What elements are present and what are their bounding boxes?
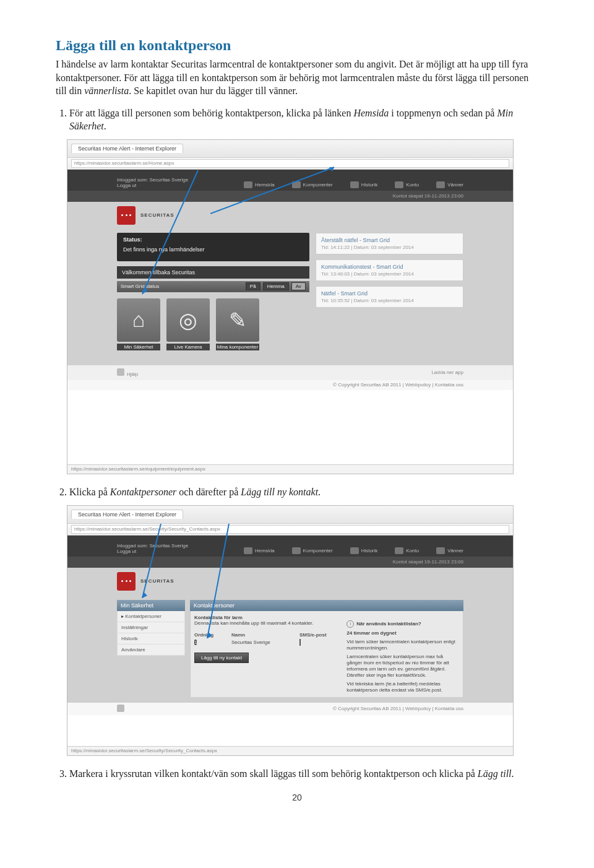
step-3-text-a: Markera i kryssrutan vilken kontakt/vän … [69, 768, 478, 779]
help-icon [117, 368, 124, 376]
event-sub-2: Tid: 10:35:52 | Datum: 03 september 2014 [321, 298, 458, 303]
event-card-0: Återställt nätfel - Smart Grid Tid: 14:1… [316, 233, 463, 254]
col-ordning: Ordning [194, 632, 219, 638]
app-header: Inloggad som: Securitas Sverige Logga ut… [67, 170, 513, 191]
nav-hemsida-2: Hemsida [244, 547, 275, 554]
intro-em-vannerlista: vännerlista [84, 85, 129, 96]
url-box: https://minasidor.securitaslarm.se/Home.… [71, 159, 509, 168]
securitas-logo-icon [117, 572, 136, 591]
brand-text-2: SECURITAS [140, 578, 174, 584]
section-heading: Lägga till en kontaktperson [56, 37, 538, 54]
tile-label-kam: Live Kamera [166, 344, 210, 350]
browser-chrome-2: Securitas Home Alert - Internet Explorer [67, 506, 513, 524]
address-bar-2: https://minasidor.securitaslarm.se/Secur… [67, 524, 513, 536]
browser-tab-2: Securitas Home Alert - Internet Explorer [71, 510, 183, 519]
address-bar: https://minasidor.securitaslarm.se/Home.… [67, 158, 513, 170]
smartgrid-title: Smart Grid status [121, 284, 159, 289]
components-icon [292, 547, 301, 554]
sidebar-item-kontaktpersoner: Kontaktpersoner [117, 611, 185, 622]
nav-hemsida-label: Hemsida [255, 182, 275, 188]
browser-status-strip-2: https://minasidor.securitaslarm.se/Secur… [67, 746, 513, 755]
screenshot-1-wrapper: Securitas Home Alert - Internet Explorer… [56, 139, 538, 474]
tile-live-kamera: ◎ Live Kamera [166, 298, 210, 342]
house-icon: ⌂ [132, 308, 145, 332]
nav-konto: Konto [395, 181, 419, 188]
info-p4: Vid tekniska larm (te.a batterifel) medd… [346, 681, 459, 693]
intro-text-2: . Se kapitlet ovan hur du lägger till vä… [129, 85, 298, 96]
nav-vanner-2: Vänner [436, 547, 463, 554]
step-2: Klicka på Kontaktpersoner och därefter p… [69, 485, 538, 499]
sidebar-item-installningar: Inställningar [117, 622, 185, 633]
step-2-text-a: Klicka på [69, 487, 110, 497]
info-box-title: När används kontaktlistan? [356, 621, 421, 627]
status-box: Status: Det finns inga nya larmhändelser [117, 233, 309, 261]
sidebar: Min Säkerhet Kontaktpersoner Inställning… [117, 600, 185, 698]
url-box-2: https://minasidor.securitaslarm.se/Secur… [71, 525, 509, 534]
sidebar-heading: Min Säkerhet [117, 600, 185, 611]
step-3: Markera i kryssrutan vilken kontakt/vän … [69, 767, 538, 781]
col-namn: Namn [231, 632, 287, 638]
download-app-label: Ladda ner app [431, 370, 463, 375]
browser-tab: Securitas Home Alert - Internet Explorer [71, 144, 183, 153]
nav-konto-2: Konto [395, 547, 419, 554]
event-card-2: Nätfel - Smart Grid Tid: 10:35:52 | Datu… [316, 286, 463, 308]
app-subheader: Kontot skapat 19-11-2013 23:00 [67, 191, 513, 202]
nav-hemsida: Hemsida [244, 181, 275, 188]
nav-konto-label: Konto [406, 182, 419, 188]
info-p2: Vid larm söker larmcentralen kontaktpers… [346, 639, 459, 651]
table-row: 1 Securitas Sverige [194, 639, 340, 646]
nav-vanner-label-2: Vänner [447, 548, 463, 553]
nav-historik: Historik [350, 181, 378, 188]
row-name: Securitas Sverige [231, 640, 287, 645]
browser-chrome: Securitas Home Alert - Internet Explorer [67, 140, 513, 158]
contactlist-title: Kontaktlista för larm [194, 615, 459, 620]
content-heading: Kontaktpersoner [190, 600, 463, 611]
tile-min-sakerhet: ⌂ Min Säkerhet [117, 298, 160, 342]
event-title-1: Kommunikationstest - Smart Grid [321, 264, 458, 270]
wrench-icon: ✎ [229, 308, 246, 332]
nav-historik-label: Historik [361, 182, 378, 188]
step-2-text-b: och därefter på [176, 487, 241, 497]
info-icon: i [346, 620, 354, 628]
sg-btn-hemma: Hemma [263, 282, 289, 290]
screenshot-1: Securitas Home Alert - Internet Explorer… [67, 139, 514, 474]
camera-icon: ◎ [179, 308, 197, 332]
step-3-em: Lägg till [478, 768, 512, 779]
tile-mina-komponenter: ✎ Mina komponenter [216, 298, 259, 342]
smartgrid-row: Smart Grid status På Hemma Av [117, 281, 309, 292]
screenshot-2: Securitas Home Alert - Internet Explorer… [67, 505, 514, 756]
event-title-2: Nätfel - Smart Grid [321, 290, 458, 297]
tile-label-sak: Min Säkerhet [117, 344, 160, 350]
status-title: Status: [123, 237, 303, 243]
nav-historik-2: Historik [350, 547, 378, 554]
event-sub-1: Tid: 13:48:03 | Datum: 03 september 2014 [321, 271, 458, 277]
sidebar-item-historik: Historik [117, 633, 185, 644]
logout-link: Logga ut [117, 183, 136, 188]
step-3-text-b: . [512, 768, 514, 779]
components-icon [292, 181, 301, 188]
nav-komponenter: Komponenter [292, 181, 333, 188]
help-link: Hjälp [127, 371, 138, 377]
col-sms: SMS/e-post [299, 632, 327, 638]
home-icon [244, 181, 252, 188]
logout-link-2: Logga ut [117, 549, 136, 554]
step-1-text-a: För att lägga till personen som behörig … [69, 108, 353, 118]
brand-row: SECURITAS [67, 202, 513, 229]
screenshot-2-wrapper: Securitas Home Alert - Internet Explorer… [56, 505, 538, 756]
nav-komponenter-label: Komponenter [303, 182, 333, 188]
nav-komponenter-label-2: Komponenter [303, 548, 333, 553]
tile-label-komp: Mina komponenter [216, 344, 259, 350]
intro-paragraph: I händelse av larm kontaktar Securitas l… [56, 58, 538, 98]
step-1: För att lägga till personen som behörig … [69, 106, 538, 133]
copyright-text: © Copyright Securitas AB 2011 | Webbpoli… [333, 382, 463, 388]
event-card-1: Kommunikationstest - Smart Grid Tid: 13:… [316, 259, 463, 281]
checkbox-icon [299, 639, 301, 646]
copyright-text-2: © Copyright Securitas AB 2011 | Webbpoli… [333, 706, 463, 711]
sg-btn-av: Av [291, 282, 306, 290]
add-contact-button: Lägg till ny kontakt [194, 653, 249, 663]
account-created-label-2: Kontot skapat 19-11-2013 23:00 [393, 559, 463, 565]
nav-hemsida-label-2: Hemsida [255, 548, 275, 553]
app-header-2: Inloggad som: Securitas Sverige Logga ut… [67, 536, 513, 557]
page-number: 20 [56, 792, 538, 802]
app-subheader-2: Kontot skapat 19-11-2013 23:00 [67, 557, 513, 568]
